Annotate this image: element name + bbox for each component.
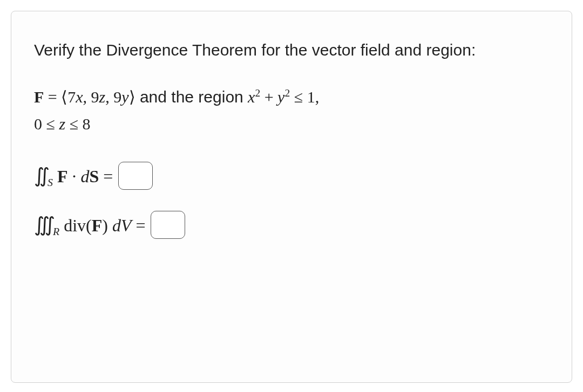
var-z1: z: [99, 88, 106, 106]
vi-open: (: [86, 216, 92, 235]
leq-one: ≤ 1,: [290, 88, 319, 106]
triple-integral-symbol: ∭: [34, 214, 53, 236]
problem-card: Verify the Divergence Theorem for the ve…: [11, 11, 572, 383]
angle-close: ⟩: [129, 88, 135, 106]
si-S: S: [89, 167, 99, 186]
vi-V: V: [121, 216, 132, 235]
surface-integral-expr: ∬S F · dS =: [34, 161, 113, 190]
coef2: 9: [91, 88, 99, 106]
region-label: and the region: [135, 88, 248, 106]
plus: +: [260, 88, 277, 106]
exp1: 2: [255, 87, 260, 99]
var-y1: y: [121, 88, 128, 106]
problem-intro: Verify the Divergence Theorem for the ve…: [34, 37, 549, 63]
surface-integral-answer-input[interactable]: [118, 162, 153, 190]
si-dot: ·: [67, 167, 80, 186]
volume-integral-line: ∭R div(F) dV =: [34, 210, 549, 239]
sep2: ,: [105, 88, 113, 106]
si-F: F: [57, 167, 68, 186]
sep1: ,: [83, 88, 91, 106]
si-d: d: [80, 167, 89, 186]
coef1: 7: [67, 88, 76, 106]
vi-div: div: [59, 216, 86, 235]
surface-integral-line: ∬S F · dS =: [34, 161, 549, 190]
volume-integral-answer-input[interactable]: [151, 211, 185, 239]
vi-eq: =: [131, 216, 145, 235]
equals: =: [44, 88, 61, 106]
vector-F: F: [34, 88, 44, 106]
z-upper: ≤ 8: [65, 115, 90, 133]
volume-integral-expr: ∭R div(F) dV =: [34, 210, 145, 239]
vi-d: d: [112, 216, 121, 235]
angle-open: ⟨: [61, 88, 67, 106]
vector-definition: F = ⟨7x, 9z, 9y⟩ and the region x2 + y2 …: [34, 84, 549, 137]
coef3: 9: [113, 88, 121, 106]
var-x1: x: [76, 88, 83, 106]
region-x: x: [248, 88, 255, 106]
region-y: y: [277, 88, 284, 106]
si-eq: =: [99, 167, 113, 186]
double-integral-symbol: ∬: [34, 164, 48, 187]
vi-close: ): [102, 216, 112, 235]
vi-F: F: [92, 216, 103, 235]
var-z2: z: [59, 115, 65, 133]
sub-R: R: [53, 226, 59, 238]
sub-S: S: [48, 176, 53, 188]
z-lower: 0 ≤: [34, 115, 59, 133]
exp2: 2: [284, 87, 290, 99]
